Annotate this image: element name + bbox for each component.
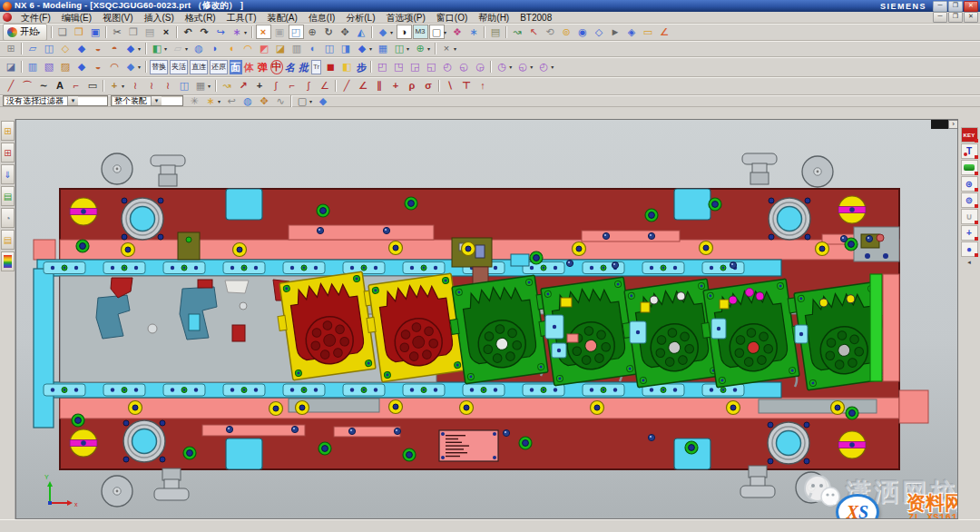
menu-分析[interactable]: 分析(L) [340,12,380,24]
macro-pi-button[interactable]: 批 [298,60,310,74]
loop-curve-button[interactable]: ρ [405,79,420,94]
cross-tool-button[interactable]: + [961,225,978,241]
wave-part-button[interactable]: ◵ [515,60,531,74]
macro-zhong-button[interactable]: 中 [270,60,283,74]
datum-plane-button[interactable]: ▱ [25,42,41,56]
sweep-button[interactable]: ◗ [208,42,223,56]
plus-curve-button[interactable]: + [252,79,268,94]
angle-dim-button[interactable]: ∠ [356,79,371,94]
background-button[interactable]: ▢ [429,25,445,39]
cmm-path-button[interactable]: ↝ [510,25,525,39]
rotate-view-button[interactable]: ↻ [321,25,337,39]
two-circle-button[interactable]: σ [421,79,436,94]
body-button[interactable]: ◆ [123,60,139,74]
wireframe-c-button[interactable]: ▨ [58,60,74,74]
dropdown-arrow-icon[interactable]: ▾ [122,83,127,89]
tbar-button[interactable]: ⊤ [459,79,475,94]
macro-mian-button[interactable]: 面 [230,60,242,74]
j-curve-button[interactable]: ʃ [301,79,317,94]
copy-button[interactable]: ❐ [126,25,142,39]
dropdown-arrow-icon[interactable]: ▾ [530,64,535,70]
sew-button[interactable]: ▥ [289,42,305,56]
fit-view-button[interactable]: ▣ [272,25,288,39]
primitive-button[interactable]: ◆ [123,42,139,56]
die-model[interactable]: Yx [16,120,958,519]
mirror-feature-button[interactable]: ◫ [392,42,407,56]
shaded-cube-button[interactable]: ◆ [316,94,331,108]
yellow-face-button[interactable]: ◧ [339,60,355,74]
slope-curve-button[interactable]: ∠ [318,79,333,94]
grab-button[interactable]: ✥ [257,94,272,108]
bend-face-button[interactable]: ◠ [107,60,122,74]
n-sided-button[interactable]: ◪ [273,42,289,56]
new-file-button[interactable]: ❏ [55,25,71,39]
highlight-button[interactable]: ∗ [203,94,219,108]
chain-select-button[interactable]: ∿ [273,94,289,108]
pattern-feature-button[interactable]: ▦ [376,42,391,56]
wave-3-button[interactable]: ◲ [407,60,423,74]
menu-首选项[interactable]: 首选项(P) [381,12,431,24]
wave-2-button[interactable]: ◳ [391,60,407,74]
side-panel-button[interactable]: ▤ [488,25,504,39]
history-tab[interactable]: ◔ [1,208,15,228]
redo-button[interactable]: ↷ [197,25,212,39]
snap-end-button[interactable]: ◈ [624,25,640,39]
arc-button[interactable]: ⌒ [20,79,35,94]
dropdown-arrow-icon[interactable]: ▾ [454,45,459,52]
selection-settings-button[interactable]: ✳ [187,94,202,108]
dynamic-csys-button[interactable]: ⟲ [543,25,558,39]
ruled-button[interactable]: ◩ [257,42,272,56]
menu-插入[interactable]: 插入(S) [138,12,179,24]
dropdown-arrow-icon[interactable]: ▾ [185,45,191,52]
dropdown-arrow-icon[interactable]: ▾ [164,45,170,52]
studio-spline-button[interactable]: ↝ [220,79,235,94]
sketch-button[interactable]: ◇ [58,42,74,56]
parallel-dim-button[interactable]: ∥ [372,79,387,94]
edit-feature-button[interactable]: ⊕ [413,42,428,56]
macro-bu-button[interactable]: 步 [356,60,368,74]
wireframe-b-button[interactable]: ▧ [42,60,57,74]
measure-distance-button[interactable]: ▭ [641,25,656,39]
swept-button[interactable]: ◖ [224,42,240,56]
macro-tan-button[interactable]: 弹 [257,60,270,74]
vector-button[interactable]: ◉ [575,25,591,39]
revolve-button[interactable]: ◍ [191,42,207,56]
corner-curve-button[interactable]: ⌐ [285,79,300,94]
macro-ming-button[interactable]: 名 [284,60,297,74]
mdi-restore-button[interactable]: ❐ [948,12,963,23]
delete-button[interactable]: × [159,25,174,39]
red-cube-button[interactable]: ◼ [323,60,338,74]
dropdown-arrow-icon[interactable]: ▾ [244,29,250,35]
wave-5-button[interactable]: ◴ [440,60,456,74]
select-cursor-button[interactable]: ► [608,25,623,39]
refresh-button[interactable]: × [256,25,271,39]
menu-工具[interactable]: 工具(T) [221,12,262,24]
dropdown-arrow-icon[interactable]: ▾ [390,29,396,35]
dropdown-arrow-icon[interactable]: ▾ [551,64,556,70]
datum-csys-button[interactable]: ◫ [42,42,57,56]
profile-button[interactable]: ⌐ [69,79,84,94]
mask-tool-button[interactable]: ⊚ [961,192,978,208]
screen-split-button[interactable]: ⊞ [4,42,19,56]
cup-tool-button[interactable]: ∪ [961,209,978,224]
green-part-button[interactable] [961,160,978,175]
view-orient-button[interactable]: ❖ [450,25,466,39]
macro-huanyuan-button[interactable]: 还原 [210,60,228,74]
constraint-navigator-tab[interactable]: ⊞ [1,143,15,163]
color-palette-tab[interactable] [1,251,15,271]
minimize-button[interactable]: ─ [933,1,947,12]
wave-geometry-button[interactable]: ◴ [536,60,552,74]
selection-scope-dropdown[interactable]: 整个装配 ▼ [111,95,183,106]
snap-point-button[interactable]: ◇ [592,25,607,39]
selection-filter-dropdown[interactable]: 没有选择过滤器 ▼ [3,95,108,106]
up-arrow-button[interactable]: ↑ [475,79,491,94]
macro-jiahuo-button[interactable]: 夹活 [170,60,188,74]
dropdown-arrow-icon[interactable]: ▾ [427,45,433,52]
point-constructor-button[interactable]: ⊚ [559,25,574,39]
wave-4-button[interactable]: ◱ [424,60,439,74]
bridge-curve-button[interactable]: ≀ [144,79,160,94]
rect-select-button[interactable]: ▢ [295,94,310,108]
start-menu-button[interactable]: 开始▾ [3,24,47,41]
active-sketch-button[interactable]: ◫ [177,79,192,94]
zoom-box-button[interactable]: ◰ [289,25,304,39]
